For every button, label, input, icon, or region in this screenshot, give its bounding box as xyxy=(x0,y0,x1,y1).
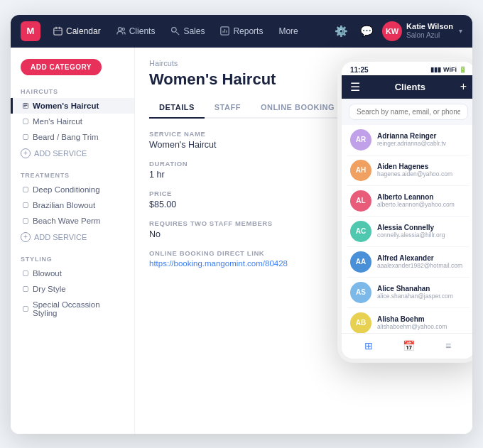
sidebar-item-dry-style[interactable]: Dry Style xyxy=(11,281,134,297)
svg-line-7 xyxy=(177,32,180,35)
mobile-title: Clients xyxy=(395,82,425,92)
sidebar-item-blowout[interactable]: Blowout xyxy=(11,266,134,281)
app-logo: M xyxy=(21,21,40,41)
avatar: AA xyxy=(350,251,371,273)
chevron-down-icon: ▾ xyxy=(459,27,462,35)
client-email: aaalexander1982@hotmail.com xyxy=(377,262,467,269)
mobile-add-icon[interactable]: + xyxy=(460,80,467,93)
list-item[interactable]: AS Alice Shanahan alice.shanahan@jasper.… xyxy=(347,278,470,308)
category-label-treatments: TREATMENTS xyxy=(11,168,134,182)
user-menu[interactable]: KW Katie Wilson Salon Azul ▾ xyxy=(382,21,462,41)
sidebar: ADD CATEGORY HAIRCUTS Women's Haircut Me… xyxy=(11,48,135,434)
client-name: Alessia Connelly xyxy=(377,224,467,231)
mobile-status-bar: 11:25 ▮▮▮ WiFi 🔋 xyxy=(342,62,472,75)
sidebar-item-brazilian-blowout[interactable]: Brazilian Blowout xyxy=(11,197,134,213)
client-name: Adrianna Reinger xyxy=(377,132,467,140)
add-service-haircuts[interactable]: + ADD SERVICE xyxy=(11,145,134,162)
client-name: Alice Shanahan xyxy=(377,285,467,293)
svg-rect-0 xyxy=(54,28,62,35)
tab-online-booking[interactable]: ONLINE BOOKING xyxy=(251,99,344,119)
sidebar-item-beard-bang-trim[interactable]: Beard / Bang Trim xyxy=(11,129,134,145)
add-category-button[interactable]: ADD CATEGORY xyxy=(21,59,102,75)
nav-reports[interactable]: Reports xyxy=(215,23,268,39)
add-service-treatments[interactable]: + ADD SERVICE xyxy=(11,229,134,246)
settings-icon[interactable]: ⚙️ xyxy=(331,21,351,41)
sidebar-item-special-occasion[interactable]: Special Occassion Styling xyxy=(11,297,134,321)
client-name: Alfred Alexander xyxy=(377,254,467,262)
svg-point-6 xyxy=(172,28,177,33)
user-name: Katie Wilson xyxy=(406,22,453,31)
avatar: KW xyxy=(382,21,402,41)
svg-point-5 xyxy=(122,28,124,30)
category-label-styling: STYLING xyxy=(11,251,134,266)
avatar: AC xyxy=(350,221,371,242)
client-name: Aiden Hagenes xyxy=(377,163,467,170)
mobile-signal-icons: ▮▮▮ WiFi 🔋 xyxy=(430,66,467,73)
user-salon: Salon Azul xyxy=(406,31,453,40)
client-email: connelly.alessia@hillr.org xyxy=(377,231,467,239)
mobile-bottom-bar: ⊞ 📅 ≡ xyxy=(342,333,472,359)
client-email: alishaboehm@yahoo.com xyxy=(377,323,467,330)
svg-point-4 xyxy=(118,28,121,31)
plus-icon-treatments: + xyxy=(21,232,31,242)
sidebar-item-deep-conditioning[interactable]: Deep Conditioning xyxy=(11,182,134,197)
client-name: Alberto Leannon xyxy=(377,193,467,201)
avatar: AL xyxy=(350,190,371,212)
plus-icon: + xyxy=(21,148,31,158)
nav-calendar[interactable]: Calendar xyxy=(48,23,107,39)
client-name: Alisha Boehm xyxy=(377,315,467,323)
nav-more[interactable]: More xyxy=(273,23,303,39)
list-item[interactable]: AA Alfred Alexander aaalexander1982@hotm… xyxy=(347,247,470,278)
avatar: AH xyxy=(350,160,371,181)
category-label-haircuts: HAIRCUTS xyxy=(11,84,134,98)
client-email: reinger.adrianna@cablr.tv xyxy=(377,140,467,147)
mobile-time: 11:25 xyxy=(350,66,369,74)
mobile-client-list: AR Adrianna Reinger reinger.adrianna@cab… xyxy=(342,125,472,358)
top-navigation: M Calendar Clients Sales Reports More ⚙️… xyxy=(11,15,472,48)
nav-clients[interactable]: Clients xyxy=(111,23,161,39)
list-item[interactable]: AL Alberto Leannon alberto.leannon@yahoo… xyxy=(347,186,470,217)
list-item[interactable]: AH Aiden Hagenes hagenes.aiden@yahoo.com xyxy=(347,155,470,186)
list-item[interactable]: AC Alessia Connelly connelly.alessia@hil… xyxy=(347,217,470,247)
messages-icon[interactable]: 💬 xyxy=(357,21,376,41)
nav-sales[interactable]: Sales xyxy=(165,23,210,39)
mobile-phone-overlay: 11:25 ▮▮▮ WiFi 🔋 ☰ Clients + AR Adrianna… xyxy=(337,58,472,363)
list-item[interactable]: AR Adrianna Reinger reinger.adrianna@cab… xyxy=(347,125,470,155)
mobile-search-input[interactable] xyxy=(349,104,468,120)
client-email: hagenes.aiden@yahoo.com xyxy=(377,170,467,177)
mobile-menu-icon[interactable]: ☰ xyxy=(350,80,360,94)
tab-details[interactable]: DETAILS xyxy=(149,99,205,119)
sidebar-item-beach-wave-perm[interactable]: Beach Wave Perm xyxy=(11,213,134,229)
sidebar-item-womens-haircut[interactable]: Women's Haircut xyxy=(11,98,134,114)
client-email: alberto.leannon@yahoo.com xyxy=(377,201,467,208)
mobile-list-icon[interactable]: ≡ xyxy=(440,338,456,354)
client-email: alice.shanahan@jasper.com xyxy=(377,293,467,300)
avatar: AB xyxy=(350,312,371,334)
sidebar-item-mens-haircut[interactable]: Men's Haircut xyxy=(11,114,134,129)
avatar: AR xyxy=(350,129,371,151)
mobile-calendar-icon[interactable]: 📅 xyxy=(401,338,416,354)
avatar: AS xyxy=(350,282,371,303)
tab-staff[interactable]: STAFF xyxy=(205,99,251,119)
mobile-search-area xyxy=(342,99,472,125)
mobile-home-icon[interactable]: ⊞ xyxy=(361,338,376,354)
mobile-header: ☰ Clients + xyxy=(342,75,472,99)
